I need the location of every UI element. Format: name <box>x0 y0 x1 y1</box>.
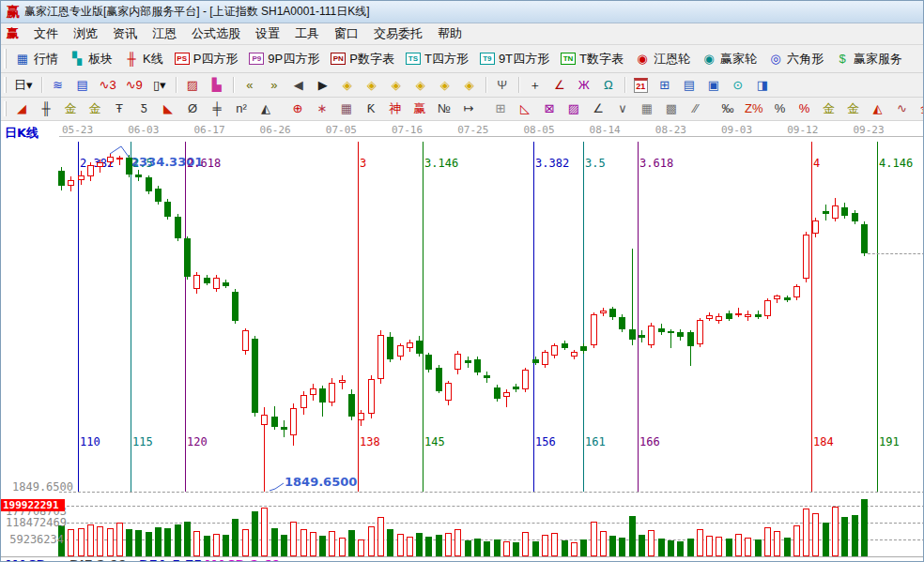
number-grid-tool-tool-button[interactable]: № <box>432 99 456 119</box>
volume-bar[interactable] <box>648 530 654 556</box>
volume-bar[interactable] <box>368 526 375 556</box>
volume-bar[interactable] <box>290 522 297 556</box>
next-tool-button[interactable]: ▶ <box>311 75 335 96</box>
volume-bar[interactable] <box>407 537 413 556</box>
volume-bar[interactable] <box>852 515 858 556</box>
first-page-tool-button[interactable]: « <box>238 75 262 96</box>
volume-bar[interactable] <box>571 542 578 556</box>
red-sketch-tool-button[interactable]: ▨ <box>180 75 205 96</box>
volume-bar[interactable] <box>78 528 85 556</box>
gold-tool-2-tool-button[interactable]: 金 <box>83 99 107 119</box>
date-axis-label[interactable]: 09-03 <box>721 124 752 136</box>
date-axis-label[interactable]: 07-16 <box>392 124 423 136</box>
volume-bar[interactable] <box>803 509 809 556</box>
gold-line-tool-tool-button[interactable]: 金 <box>841 99 866 119</box>
hand-tool-tool-button[interactable]: Ψ <box>490 75 515 96</box>
volume-bar[interactable] <box>812 513 819 556</box>
menu-文件[interactable]: 文件 <box>26 23 66 44</box>
volume-bar[interactable] <box>861 499 868 556</box>
date-axis-label[interactable]: 06-03 <box>128 124 159 136</box>
menu-资讯[interactable]: 资讯 <box>105 23 145 44</box>
toolbar-grip[interactable] <box>4 77 7 94</box>
ruler-tool-tool-button[interactable]: ╪ <box>205 99 229 119</box>
z-percent-tool-tool-button[interactable]: Z% <box>740 99 768 119</box>
k-pattern-tool-tool-button[interactable]: Ƙ <box>359 99 383 119</box>
fib-time-tool-tool-button[interactable]: Ŧ <box>107 99 131 119</box>
volume-bar[interactable] <box>522 532 529 556</box>
trend-chart-tool-button[interactable]: ≋ <box>46 75 70 96</box>
volume-bar[interactable] <box>252 511 258 556</box>
volume-bar[interactable] <box>339 538 346 556</box>
volume-bar[interactable] <box>204 536 210 556</box>
percent-tool-tool-button[interactable]: % <box>768 99 793 119</box>
v-shape-tool-tool-button[interactable]: ∨ <box>610 99 635 119</box>
volume-bar[interactable] <box>184 522 191 556</box>
volume-bar[interactable] <box>319 536 326 556</box>
volume-bar[interactable] <box>281 535 287 556</box>
gann-fan-tool-tool-button[interactable]: ◺ <box>513 99 537 119</box>
arrow-span-tool-tool-button[interactable]: ↦ <box>456 99 481 119</box>
volume-bar[interactable] <box>445 533 452 556</box>
volume-bar[interactable] <box>542 535 548 556</box>
date-axis-label[interactable]: 09-23 <box>853 124 884 136</box>
gann-circle-tool-tool-button[interactable]: ⊕ <box>285 99 310 119</box>
toolbar-grip[interactable] <box>4 49 7 68</box>
menu-工具[interactable]: 工具 <box>287 23 327 44</box>
trend-angle-tool-tool-button[interactable]: ∠ <box>586 99 610 119</box>
volume-bar[interactable] <box>164 528 171 556</box>
volume-bar[interactable] <box>532 541 539 556</box>
volume-bar[interactable] <box>358 539 364 556</box>
volume-bar[interactable] <box>87 524 94 556</box>
gold-circle-tool-tool-button[interactable]: 金 <box>817 99 841 119</box>
quotes-button[interactable]: ▦行情 <box>9 48 64 70</box>
volume-bar[interactable] <box>116 523 123 556</box>
shift-left-tool-button[interactable]: ◈ <box>335 75 360 96</box>
purple-tool-tool-button[interactable]: Ж <box>572 75 596 96</box>
volume-bar[interactable] <box>146 532 152 556</box>
menu-窗口[interactable]: 窗口 <box>327 23 366 44</box>
volume-bar[interactable] <box>271 528 278 556</box>
menu-浏览[interactable]: 浏览 <box>66 23 105 44</box>
zoom-out-x-tool-button[interactable]: ◈ <box>384 75 408 96</box>
ying-tool-tool-button[interactable]: 赢 <box>408 99 432 119</box>
p-square-button[interactable]: PSP四方形 <box>169 48 244 70</box>
grid-tool-tool-button[interactable]: ▦ <box>635 99 659 119</box>
shen-tool-tool-button[interactable]: 神 <box>383 99 408 119</box>
angle-measure-tool-button[interactable]: ∠ <box>547 75 572 96</box>
toolbar-grip[interactable] <box>4 101 7 117</box>
screenshot-tool-button[interactable]: ⊙ <box>726 75 750 96</box>
gold-tool-1-tool-button[interactable]: 金 <box>58 99 83 119</box>
report-board-tool-button[interactable]: ▤ <box>70 75 95 96</box>
volume-bar[interactable] <box>348 530 355 556</box>
date-axis-label[interactable]: 06-17 <box>193 124 224 136</box>
volume-bar[interactable] <box>329 531 335 556</box>
winner-service-button[interactable]: $赢家服务 <box>829 48 908 70</box>
gann-wheel-button[interactable]: ◉江恩轮 <box>629 48 696 70</box>
zoom-in-x-tool-button[interactable]: ◈ <box>408 75 433 96</box>
volume-bar[interactable] <box>107 528 114 556</box>
volume-bar[interactable] <box>745 538 751 556</box>
date-axis-label[interactable]: 07-05 <box>326 124 357 136</box>
volume-bar[interactable] <box>735 534 742 556</box>
volume-bar[interactable] <box>793 525 800 556</box>
kline-button[interactable]: ╫K线 <box>118 48 169 70</box>
star-resistance-tool-tool-button[interactable]: ∗ <box>310 99 334 119</box>
date-axis-label[interactable]: 07-25 <box>457 124 488 136</box>
shift-right-tool-button[interactable]: ◈ <box>360 75 384 96</box>
volume-bar[interactable] <box>697 529 703 556</box>
volume-bar[interactable] <box>677 541 684 556</box>
volume-bar[interactable] <box>474 539 481 556</box>
volume-bar[interactable] <box>609 536 616 556</box>
volume-bar[interactable] <box>600 531 607 556</box>
volume-bar[interactable] <box>764 527 771 556</box>
volume-bar[interactable] <box>232 519 239 556</box>
grid-resistance-tool-tool-button[interactable]: ▦ <box>334 99 359 119</box>
calculator-tool-button[interactable]: ⊞ <box>653 75 677 96</box>
volume-bar[interactable] <box>551 533 558 556</box>
volume-bar[interactable] <box>668 540 674 556</box>
volume-bar[interactable] <box>397 534 404 556</box>
volume-bar[interactable] <box>706 536 713 556</box>
p-number-table-button[interactable]: PNP数字表 <box>325 48 400 70</box>
volume-bar[interactable] <box>841 517 848 556</box>
purple-box-tool-tool-button[interactable]: ⊠ <box>537 99 562 119</box>
